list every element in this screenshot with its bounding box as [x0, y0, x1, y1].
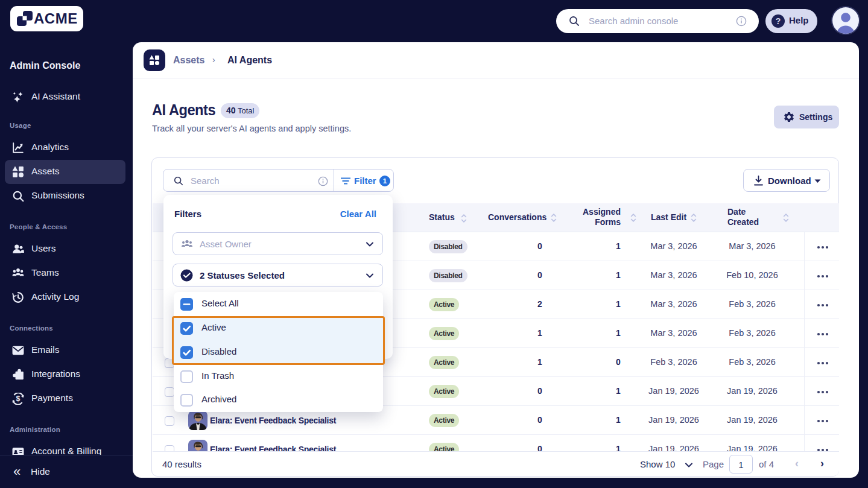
svg-text:$: $ — [16, 395, 21, 403]
